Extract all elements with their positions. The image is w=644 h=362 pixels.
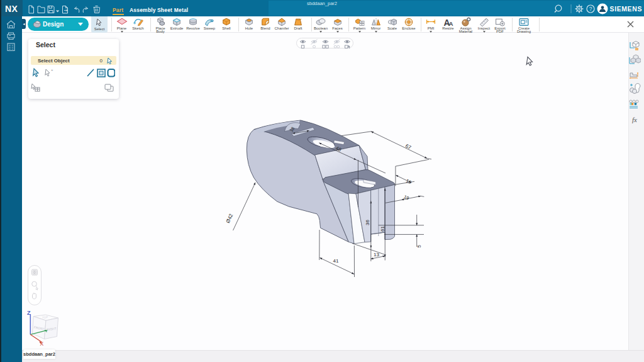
svg-text:67: 67 [404,143,412,150]
svg-text:19: 19 [405,178,412,186]
svg-text:36: 36 [365,220,370,225]
svg-text:5: 5 [416,245,422,248]
svg-text:19: 19 [403,194,410,201]
svg-text:Y: Y [45,329,48,333]
svg-text:61: 61 [380,226,386,232]
svg-text:X: X [40,341,44,347]
svg-text:Z: Z [27,310,31,316]
svg-text:41: 41 [333,258,339,264]
svg-text:TOP: TOP [42,315,48,319]
svg-text:13: 13 [374,252,379,257]
svg-text:Ø42: Ø42 [225,213,235,224]
